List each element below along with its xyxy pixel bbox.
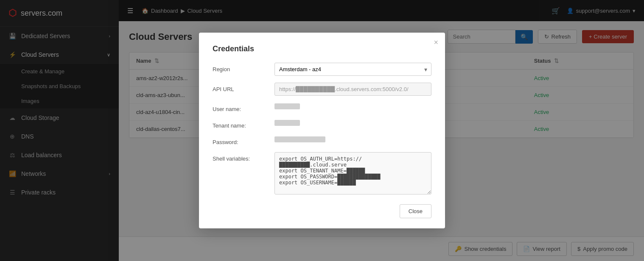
password-blurred — [274, 136, 325, 142]
tenant-label: Tenant name: — [213, 119, 268, 129]
password-value — [274, 136, 431, 142]
tenant-value — [274, 119, 431, 126]
form-row-tenant: Tenant name: — [213, 119, 431, 129]
shell-value: export OS_AUTH_URL=https://██████████.cl… — [274, 152, 431, 196]
api-url-input[interactable] — [274, 83, 431, 96]
username-value — [274, 103, 431, 109]
modal-overlay: Credentials × Region Amsterdam - az4 API… — [0, 0, 644, 261]
tenant-blurred — [274, 120, 300, 126]
region-select-wrapper: Amsterdam - az4 — [274, 63, 431, 76]
api-url-label: API URL — [213, 83, 268, 92]
region-label: Region — [213, 63, 268, 72]
username-label: User name: — [213, 103, 268, 112]
region-select[interactable]: Amsterdam - az4 — [274, 63, 431, 76]
shell-textarea[interactable]: export OS_AUTH_URL=https://██████████.cl… — [274, 152, 431, 194]
form-row-region: Region Amsterdam - az4 — [213, 63, 431, 76]
form-row-api-url: API URL — [213, 83, 431, 96]
modal-close-button[interactable]: Close — [400, 204, 431, 218]
api-url-value — [274, 83, 431, 96]
shell-label: Shell variables: — [213, 152, 268, 162]
form-row-password: Password: — [213, 136, 431, 145]
password-label: Password: — [213, 136, 268, 145]
select-container: Amsterdam - az4 — [274, 63, 431, 76]
form-row-username: User name: — [213, 103, 431, 112]
credentials-modal: Credentials × Region Amsterdam - az4 API… — [199, 33, 445, 228]
modal-footer: Close — [213, 204, 431, 218]
modal-close-x-button[interactable]: × — [434, 39, 438, 46]
username-blurred — [274, 103, 300, 109]
form-row-shell: Shell variables: export OS_AUTH_URL=http… — [213, 152, 431, 196]
modal-title: Credentials — [213, 44, 431, 53]
